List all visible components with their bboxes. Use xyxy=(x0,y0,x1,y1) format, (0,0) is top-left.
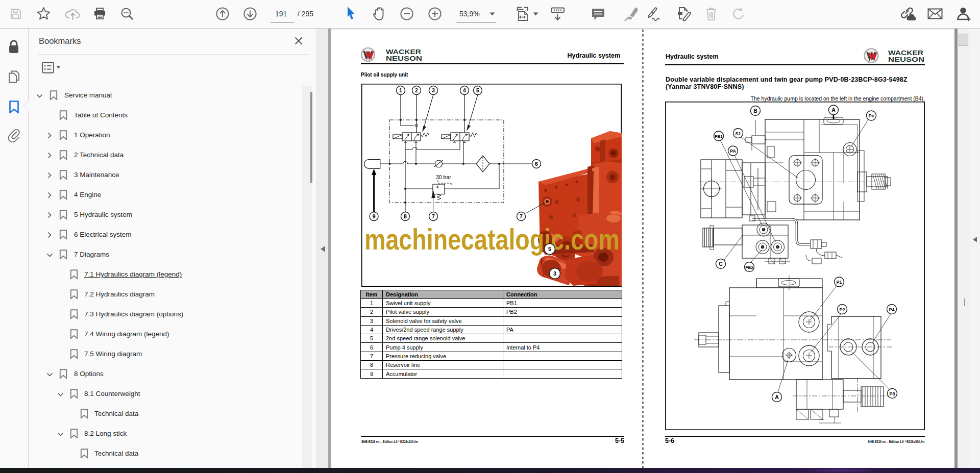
svg-text:SHB EZ26 en – Edition 1.0 * EZ: SHB EZ26 en – Edition 1.0 * EZ26s510.fm xyxy=(868,439,924,444)
svg-text:P2: P2 xyxy=(839,307,845,312)
svg-text:NEUSON: NEUSON xyxy=(888,56,924,63)
svg-text:SHB EZ26 en – Edition 1.0 * EZ: SHB EZ26 en – Edition 1.0 * EZ26s510.fm xyxy=(361,439,418,444)
svg-text:Pc: Pc xyxy=(868,113,874,118)
svg-text:A: A xyxy=(831,107,836,113)
svg-text:3: 3 xyxy=(553,270,556,277)
svg-text:PA: PA xyxy=(730,148,736,154)
svg-text:P3: P3 xyxy=(889,391,895,396)
svg-text:NEUSON: NEUSON xyxy=(386,55,422,62)
svg-text:A: A xyxy=(775,394,779,400)
svg-text:C: C xyxy=(719,261,723,267)
svg-text:5: 5 xyxy=(548,246,551,252)
svg-text:S1: S1 xyxy=(735,131,741,136)
svg-text:P4: P4 xyxy=(889,307,894,312)
svg-text:P1: P1 xyxy=(836,280,842,285)
svg-text:PB1: PB1 xyxy=(715,134,723,139)
svg-text:PB2: PB2 xyxy=(745,265,753,270)
svg-text:B: B xyxy=(753,108,757,114)
